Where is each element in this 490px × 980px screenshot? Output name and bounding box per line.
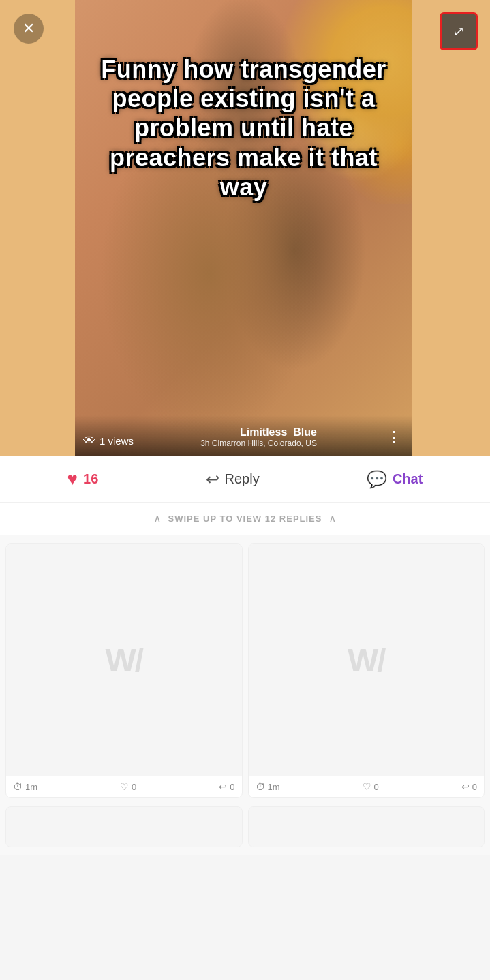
- swipe-up-text: SWIPE UP TO VIEW 12 REPLIES: [168, 513, 322, 524]
- reply-card-3-partial[interactable]: [5, 806, 243, 847]
- reply-label: Reply: [225, 471, 260, 487]
- stat-replies-2: ↩ 0: [461, 781, 477, 792]
- clock-icon-2: ⏱: [256, 781, 265, 792]
- chat-label: Chat: [393, 471, 423, 487]
- side-right-decoration: [412, 0, 490, 456]
- swipe-up-bar[interactable]: ∧ SWIPE UP TO VIEW 12 REPLIES ∧: [0, 503, 490, 535]
- stat-time-2: ⏱ 1m: [256, 781, 280, 792]
- stat-likes-1: ♡ 0: [120, 781, 136, 792]
- heart-icon: ♥: [67, 469, 78, 490]
- expand-button[interactable]: ⤢: [440, 12, 478, 50]
- replies-grid-bottom: [0, 806, 490, 855]
- time-value-2: 1m: [268, 782, 280, 792]
- reply-card-1[interactable]: W/ ⏱ 1m ♡ 0 ↩ 0: [5, 543, 243, 798]
- views-icon: 👁: [83, 434, 95, 448]
- video-content: Funny how transgender people existing is…: [75, 0, 412, 456]
- like-action[interactable]: ♥ 16: [67, 469, 99, 490]
- likes-value-1: 0: [132, 782, 136, 792]
- expand-icon: ⤢: [453, 25, 465, 38]
- reply-icon: ↩: [206, 470, 219, 489]
- chevron-up-right: ∧: [328, 512, 337, 525]
- close-button[interactable]: ✕: [14, 14, 44, 44]
- likes-value-2: 0: [374, 782, 379, 792]
- views-info: 👁 1 views: [83, 434, 134, 448]
- clock-icon-1: ⏱: [13, 781, 22, 792]
- heart-small-icon-1: ♡: [120, 781, 129, 792]
- stat-time-1: ⏱ 1m: [13, 781, 37, 792]
- views-count: 1 views: [99, 435, 134, 447]
- main-container: Funny how transgender people existing is…: [0, 0, 490, 855]
- chevron-up-left: ∧: [153, 512, 162, 525]
- heart-small-icon-2: ♡: [363, 781, 371, 792]
- video-bottom-bar: 👁 1 views Limitless_Blue 3h Cimarron Hil…: [75, 415, 412, 456]
- user-info: Limitless_Blue 3h Cimarron Hills, Colora…: [200, 426, 317, 448]
- reply-stats-2: ⏱ 1m ♡ 0 ↩ 0: [249, 776, 485, 797]
- chat-action[interactable]: 💬 Chat: [367, 470, 423, 489]
- reply-thumbnail-2: W/: [249, 544, 485, 776]
- replies-value-2: 0: [472, 782, 477, 792]
- replies-value-1: 0: [230, 782, 234, 792]
- reply-small-icon-1: ↩: [219, 781, 227, 792]
- close-icon: ✕: [22, 21, 35, 36]
- like-count: 16: [83, 471, 98, 487]
- loading-logo-1: W/: [105, 642, 142, 679]
- reply-action[interactable]: ↩ Reply: [206, 470, 260, 489]
- video-section: Funny how transgender people existing is…: [0, 0, 490, 456]
- reply-card-4-partial[interactable]: [248, 806, 485, 847]
- location-time: 3h Cimarron Hills, Colorado, US: [200, 439, 317, 448]
- reply-card-2[interactable]: W/ ⏱ 1m ♡ 0 ↩ 0: [248, 543, 485, 798]
- time-value-1: 1m: [25, 782, 37, 792]
- chat-icon: 💬: [367, 470, 387, 489]
- more-options-button[interactable]: ⋮: [384, 428, 404, 446]
- reply-small-icon-2: ↩: [461, 781, 470, 792]
- stat-replies-1: ↩ 0: [219, 781, 234, 792]
- replies-grid: W/ ⏱ 1m ♡ 0 ↩ 0 W/: [0, 535, 490, 806]
- stat-likes-2: ♡ 0: [363, 781, 379, 792]
- loading-logo-2: W/: [348, 642, 385, 679]
- reply-stats-1: ⏱ 1m ♡ 0 ↩ 0: [6, 776, 242, 797]
- username: Limitless_Blue: [200, 426, 317, 439]
- reply-thumbnail-3-partial: [6, 807, 242, 847]
- reply-thumbnail-1: W/: [6, 544, 242, 776]
- overlay-text: Funny how transgender people existing is…: [89, 54, 399, 202]
- reply-thumbnail-4-partial: [249, 807, 485, 847]
- side-left-decoration: [0, 0, 75, 456]
- actions-bar: ♥ 16 ↩ Reply 💬 Chat: [0, 456, 490, 503]
